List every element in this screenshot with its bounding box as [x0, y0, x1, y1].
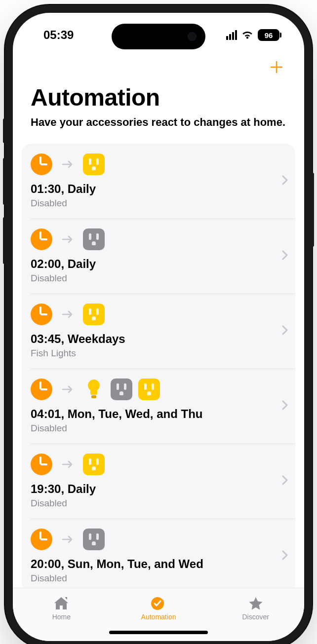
automation-icons: [31, 153, 278, 175]
status-time: 05:39: [43, 28, 74, 42]
automation-row[interactable]: 03:45, WeekdaysFish Lights: [22, 294, 295, 369]
automation-subtitle: Disabled: [31, 498, 278, 509]
bulb-icon: [83, 379, 105, 400]
page-title: Automation: [31, 84, 286, 111]
add-automation-button[interactable]: [267, 57, 286, 77]
automation-row[interactable]: 20:00, Sun, Mon, Tue, and WedDisabled: [22, 519, 295, 588]
battery-level: 96: [265, 31, 273, 39]
arrow-right-icon: [61, 310, 74, 319]
volume-up: [3, 158, 6, 205]
chevron-right-icon: [278, 250, 288, 263]
device-frame: 05:39 96 Automation Have your acc: [5, 5, 312, 644]
silence-switch: [3, 118, 6, 143]
chevron-right-icon: [278, 550, 288, 563]
star-icon: [247, 596, 264, 611]
automation-subtitle: Fish Lights: [31, 348, 278, 359]
clock-check-icon: [150, 596, 167, 611]
chevron-right-icon: [278, 325, 288, 338]
automation-list: 01:30, DailyDisabled02:00, DailyDisabled…: [22, 144, 295, 588]
tab-discover[interactable]: Discover: [207, 588, 304, 628]
cellular-icon: [226, 30, 237, 40]
tab-label: Discover: [242, 613, 269, 621]
nav-bar: [13, 57, 304, 80]
clock-icon: [31, 303, 52, 325]
automation-row[interactable]: 04:01, Mon, Tue, Wed, and ThuDisabled: [22, 369, 295, 444]
chevron-right-icon: [278, 175, 288, 188]
wifi-icon: [241, 30, 254, 40]
clock-icon: [31, 228, 52, 250]
outlet-icon: [83, 228, 105, 250]
automation-title: 03:45, Weekdays: [31, 332, 278, 346]
house-icon: [53, 596, 70, 611]
automation-title: 19:30, Daily: [31, 482, 278, 496]
clock-icon: [31, 379, 52, 400]
arrow-right-icon: [61, 385, 74, 394]
automation-row-main: 19:30, DailyDisabled: [31, 454, 278, 509]
svg-rect-0: [91, 395, 96, 398]
tab-label: Home: [52, 613, 71, 621]
power-button: [311, 173, 314, 247]
outlet-icon: [138, 379, 160, 400]
tab-label: Automation: [141, 613, 176, 621]
volume-down: [3, 217, 6, 264]
outlet-icon: [83, 153, 105, 175]
battery-icon: 96: [258, 29, 279, 41]
tab-home[interactable]: Home: [13, 588, 110, 628]
arrow-right-icon: [61, 460, 74, 469]
automation-title: 02:00, Daily: [31, 257, 278, 271]
clock-icon: [31, 153, 52, 175]
content-scroll[interactable]: 01:30, DailyDisabled02:00, DailyDisabled…: [13, 135, 304, 588]
clock-icon: [31, 454, 52, 475]
arrow-right-icon: [61, 160, 74, 169]
automation-subtitle: Disabled: [31, 273, 278, 284]
automation-subtitle: Disabled: [31, 198, 278, 209]
automation-row-main: 03:45, WeekdaysFish Lights: [31, 303, 278, 359]
page-subtitle: Have your accessories react to changes a…: [31, 116, 286, 129]
automation-title: 04:01, Mon, Tue, Wed, and Thu: [31, 407, 278, 421]
automation-icons: [31, 379, 278, 400]
outlet-icon: [83, 454, 105, 475]
automation-subtitle: Disabled: [31, 573, 278, 584]
automation-icons: [31, 303, 278, 325]
automation-row-main: 02:00, DailyDisabled: [31, 228, 278, 284]
clock-icon: [31, 529, 52, 550]
automation-row[interactable]: 01:30, DailyDisabled: [22, 144, 295, 219]
automation-row-main: 04:01, Mon, Tue, Wed, and ThuDisabled: [31, 379, 278, 434]
automation-title: 20:00, Sun, Mon, Tue, and Wed: [31, 557, 278, 571]
automation-title: 01:30, Daily: [31, 182, 278, 196]
arrow-right-icon: [61, 235, 74, 244]
automation-row-main: 20:00, Sun, Mon, Tue, and WedDisabled: [31, 529, 278, 584]
outlet-icon: [83, 303, 105, 325]
arrow-right-icon: [61, 535, 74, 544]
outlet-icon: [111, 379, 132, 400]
automation-row[interactable]: 02:00, DailyDisabled: [22, 219, 295, 294]
page-header: Automation Have your accessories react t…: [13, 80, 304, 135]
outlet-icon: [83, 529, 105, 550]
home-indicator[interactable]: [109, 631, 208, 634]
dynamic-island: [112, 24, 205, 49]
automation-row-main: 01:30, DailyDisabled: [31, 153, 278, 209]
chevron-right-icon: [278, 475, 288, 488]
automation-icons: [31, 454, 278, 475]
automation-row[interactable]: 19:30, DailyDisabled: [22, 444, 295, 519]
automation-icons: [31, 228, 278, 250]
automation-subtitle: Disabled: [31, 423, 278, 434]
screen: 05:39 96 Automation Have your acc: [13, 13, 304, 641]
chevron-right-icon: [278, 400, 288, 413]
tab-automation[interactable]: Automation: [110, 588, 207, 628]
automation-icons: [31, 529, 278, 550]
